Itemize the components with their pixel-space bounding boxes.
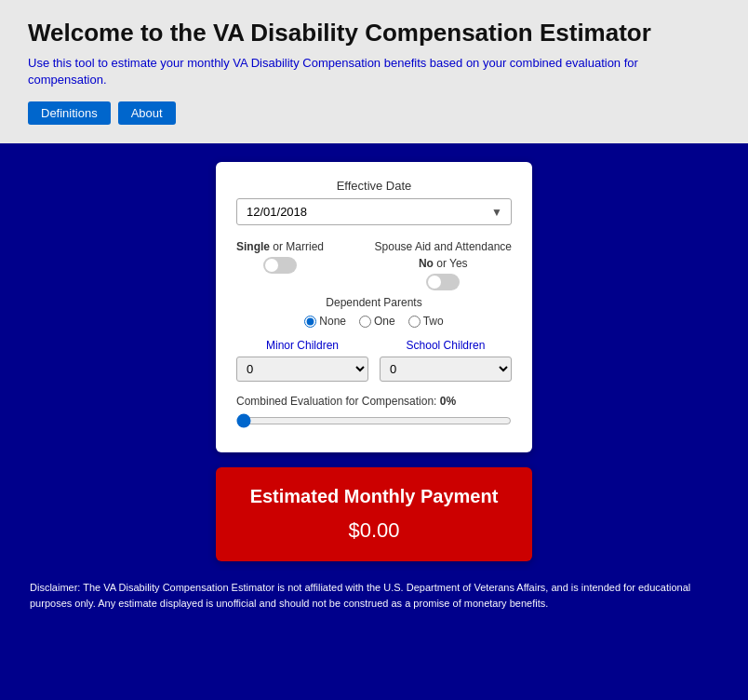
header-buttons: Definitions About — [28, 101, 720, 125]
spouse-aid-group: Spouse Aid and Attendance No or Yes — [375, 240, 512, 290]
dependent-parents-two-option[interactable]: Two — [408, 315, 444, 328]
dependent-parents-none-option[interactable]: None — [304, 315, 346, 328]
dep-parents-two-radio[interactable] — [408, 316, 421, 328]
slider-section: Combined Evaluation for Compensation: 0% — [236, 395, 512, 432]
about-button[interactable]: About — [118, 101, 176, 125]
dependent-parents-radio-group: None One Two — [236, 315, 512, 328]
payment-amount: $0.00 — [236, 518, 512, 543]
spouse-aid-title: Spouse Aid and Attendance — [375, 240, 512, 253]
effective-date-dropdown-wrapper: 12/01/2018 01/01/2019 03/01/2019 06/01/2… — [236, 198, 512, 225]
dependent-parents-section: Dependent Parents None One Two — [236, 296, 512, 328]
marital-toggle[interactable] — [263, 257, 297, 274]
payment-card: Estimated Monthly Payment $0.00 — [216, 467, 532, 561]
header-section: Welcome to the VA Disability Compensatio… — [0, 0, 748, 143]
spouse-aid-label: Spouse Aid and Attendance — [375, 240, 512, 253]
dep-parents-none-radio[interactable] — [304, 316, 316, 328]
marital-slider — [263, 257, 297, 274]
minor-children-select[interactable]: 0 1 2 3 4 5 — [236, 357, 368, 382]
dep-parents-none-label: None — [319, 315, 346, 328]
slider-label-text: Combined Evaluation for Compensation: — [236, 395, 440, 408]
marital-status-label: Single or Married — [236, 240, 324, 253]
school-children-label: School Children — [407, 339, 486, 352]
slider-label: Combined Evaluation for Compensation: 0% — [236, 395, 512, 408]
minor-children-group: Minor Children 0 1 2 3 4 5 — [236, 339, 368, 382]
dep-parents-one-label: One — [374, 315, 395, 328]
page-title: Welcome to the VA Disability Compensatio… — [28, 19, 720, 47]
spouse-aid-toggle[interactable] — [426, 274, 460, 290]
effective-date-label: Effective Date — [236, 179, 512, 193]
marital-or-text: or Married — [273, 240, 324, 253]
marital-status-group: Single or Married — [236, 240, 324, 290]
dependent-parents-one-option[interactable]: One — [359, 315, 395, 328]
dependent-parents-label: Dependent Parents — [236, 296, 512, 309]
minor-children-label: Minor Children — [266, 339, 339, 352]
spouse-aid-slider — [426, 274, 460, 290]
form-card: Effective Date 12/01/2018 01/01/2019 03/… — [216, 162, 532, 452]
school-children-select[interactable]: 0 1 2 3 4 5 — [380, 357, 512, 382]
dep-parents-one-radio[interactable] — [359, 316, 371, 328]
spouse-or-text: or Yes — [436, 257, 467, 270]
dep-parents-two-label: Two — [423, 315, 444, 328]
school-children-group: School Children 0 1 2 3 4 5 — [380, 339, 512, 382]
spouse-aid-no-yes-label: No or Yes — [419, 257, 468, 270]
definitions-button[interactable]: Definitions — [28, 101, 111, 125]
effective-date-select[interactable]: 12/01/2018 01/01/2019 03/01/2019 06/01/2… — [236, 198, 512, 225]
payment-title: Estimated Monthly Payment — [236, 486, 512, 507]
evaluation-slider[interactable] — [236, 413, 512, 428]
children-row: Minor Children 0 1 2 3 4 5 School Childr… — [236, 339, 512, 382]
no-label: No — [419, 257, 434, 270]
header-subtitle: Use this tool to estimate your monthly V… — [28, 55, 661, 88]
toggle-row: Single or Married Spouse Aid and Attenda… — [236, 240, 512, 290]
single-label: Single — [236, 240, 270, 253]
slider-value-display: 0% — [440, 395, 456, 408]
disclaimer: Disclaimer: The VA Disability Compensati… — [30, 580, 718, 629]
